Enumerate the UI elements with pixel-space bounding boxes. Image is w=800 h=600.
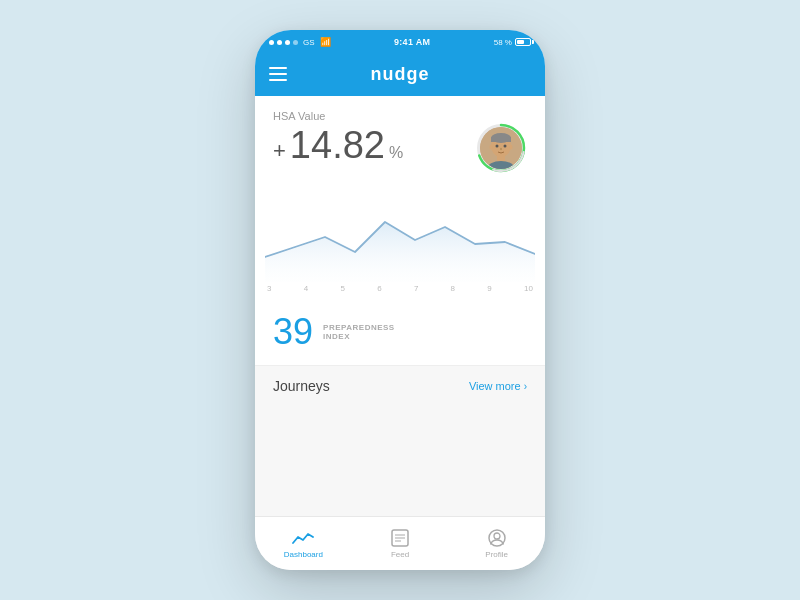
chart-container (255, 182, 545, 282)
signal-dot-1 (269, 40, 274, 45)
user-avatar[interactable] (475, 122, 527, 174)
battery-fill (517, 40, 524, 44)
hsa-label: HSA Value (273, 110, 527, 122)
chart-label-3: 3 (267, 284, 271, 293)
preparedness-section: 39 PREPAREDNESS INDEX (255, 301, 545, 365)
preparedness-number: 39 (273, 311, 313, 353)
svg-point-8 (504, 145, 507, 148)
app-logo: nudge (371, 64, 430, 85)
main-content: HSA Value + 14.82 % (255, 96, 545, 516)
svg-point-11 (510, 145, 513, 150)
feed-icon (389, 529, 411, 547)
hamburger-line-2 (269, 73, 287, 75)
profile-icon (486, 529, 508, 547)
nav-item-profile[interactable]: Profile (448, 529, 545, 559)
journeys-title: Journeys (273, 378, 330, 394)
menu-button[interactable] (269, 67, 287, 81)
chart-label-9: 9 (487, 284, 491, 293)
phone-shell: GS 📶 9:41 AM 58 % nudge HSA Value + 1 (255, 30, 545, 570)
journeys-section: Journeys View more › (255, 365, 545, 406)
dashboard-icon (292, 529, 314, 547)
hsa-plus: + (273, 138, 286, 164)
hsa-number: 14.82 (290, 126, 385, 164)
bottom-nav: Dashboard Feed (255, 516, 545, 570)
status-right: 58 % (494, 38, 531, 47)
nav-item-dashboard[interactable]: Dashboard (255, 529, 352, 559)
nav-label-dashboard: Dashboard (284, 550, 323, 559)
signal-dot-4 (293, 40, 298, 45)
svg-point-10 (490, 145, 493, 150)
svg-point-9 (500, 148, 502, 150)
hamburger-line-1 (269, 67, 287, 69)
nav-label-profile: Profile (485, 550, 508, 559)
status-left: GS 📶 (269, 37, 331, 47)
chart-label-8: 8 (451, 284, 455, 293)
chart-x-labels: 3 4 5 6 7 8 9 10 (255, 282, 545, 301)
nav-label-feed: Feed (391, 550, 409, 559)
chevron-right-icon: › (524, 381, 527, 392)
chart-label-10: 10 (524, 284, 533, 293)
view-more-text: View more (469, 380, 521, 392)
hsa-value-row: + 14.82 % (273, 126, 527, 174)
signal-dot-3 (285, 40, 290, 45)
avatar-image (480, 127, 522, 169)
status-bar: GS 📶 9:41 AM 58 % (255, 30, 545, 52)
svg-point-19 (494, 533, 500, 539)
battery-percent: 58 % (494, 38, 512, 47)
battery-icon (515, 38, 531, 46)
view-more-button[interactable]: View more › (469, 380, 527, 392)
hamburger-line-3 (269, 79, 287, 81)
prep-label-line1: PREPAREDNESS (323, 323, 395, 332)
status-time: 9:41 AM (394, 37, 430, 47)
preparedness-label: PREPAREDNESS INDEX (323, 323, 395, 341)
app-header: nudge (255, 52, 545, 96)
signal-dot-2 (277, 40, 282, 45)
carrier-label: GS (303, 38, 315, 47)
hsa-value: + 14.82 % (273, 126, 403, 164)
chart-label-4: 4 (304, 284, 308, 293)
hsa-section: HSA Value + 14.82 % (255, 96, 545, 182)
journeys-content-area (255, 406, 545, 516)
chart-label-6: 6 (377, 284, 381, 293)
svg-point-7 (496, 145, 499, 148)
prep-label-line2: INDEX (323, 332, 395, 341)
chart-label-5: 5 (340, 284, 344, 293)
nav-item-feed[interactable]: Feed (352, 529, 449, 559)
chart-label-7: 7 (414, 284, 418, 293)
hsa-percent: % (389, 144, 403, 162)
wifi-icon: 📶 (320, 37, 331, 47)
svg-rect-6 (491, 137, 511, 142)
